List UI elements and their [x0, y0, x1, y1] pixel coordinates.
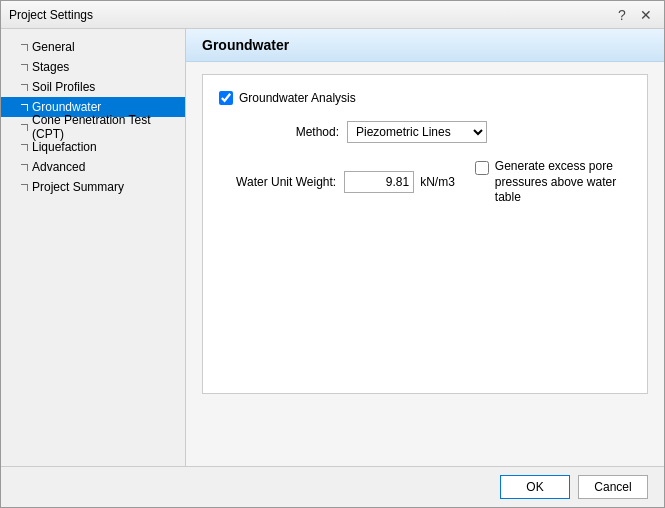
title-bar-controls: ? ✕ — [612, 5, 656, 25]
content-header: Groundwater — [186, 29, 664, 62]
groundwater-analysis-row: Groundwater Analysis — [219, 91, 631, 105]
dialog-body: GeneralStagesSoil ProfilesGroundwaterCon… — [1, 29, 664, 466]
excess-pore-checkbox[interactable] — [475, 161, 489, 175]
close-button[interactable]: ✕ — [636, 5, 656, 25]
method-select[interactable]: Piezometric LinesWater TableNone — [347, 121, 487, 143]
sidebar-item-stages[interactable]: Stages — [1, 57, 185, 77]
sidebar-item-advanced[interactable]: Advanced — [1, 157, 185, 177]
groundwater-analysis-label[interactable]: Groundwater Analysis — [239, 91, 356, 105]
excess-pore-row: Generate excess pore pressures above wat… — [475, 159, 631, 206]
help-button[interactable]: ? — [612, 5, 632, 25]
cancel-button[interactable]: Cancel — [578, 475, 648, 499]
title-bar: Project Settings ? ✕ — [1, 1, 664, 29]
sidebar-item-general[interactable]: General — [1, 37, 185, 57]
project-settings-dialog: Project Settings ? ✕ GeneralStagesSoil P… — [0, 0, 665, 508]
content-title: Groundwater — [202, 37, 289, 53]
water-unit-weight-row: Water Unit Weight: kN/m3 Generate excess… — [219, 159, 631, 206]
method-label: Method: — [219, 125, 339, 139]
content-box: Groundwater Analysis Method: Piezometric… — [202, 74, 648, 394]
content-panel: Groundwater Analysis Method: Piezometric… — [186, 62, 664, 466]
groundwater-analysis-checkbox[interactable] — [219, 91, 233, 105]
sidebar: GeneralStagesSoil ProfilesGroundwaterCon… — [1, 29, 186, 466]
sidebar-item-soil-profiles[interactable]: Soil Profiles — [1, 77, 185, 97]
water-unit-weight-unit: kN/m3 — [420, 175, 455, 189]
dialog-footer: OK Cancel — [1, 466, 664, 507]
ok-button[interactable]: OK — [500, 475, 570, 499]
method-row: Method: Piezometric LinesWater TableNone — [219, 121, 631, 143]
water-unit-weight-input[interactable] — [344, 171, 414, 193]
excess-pore-label[interactable]: Generate excess pore pressures above wat… — [495, 159, 631, 206]
dialog-title: Project Settings — [9, 8, 93, 22]
sidebar-item-project-summary[interactable]: Project Summary — [1, 177, 185, 197]
sidebar-item-cpt[interactable]: Cone Penetration Test (CPT) — [1, 117, 185, 137]
main-content: Groundwater Groundwater Analysis Method:… — [186, 29, 664, 466]
water-unit-weight-label: Water Unit Weight: — [219, 175, 336, 189]
